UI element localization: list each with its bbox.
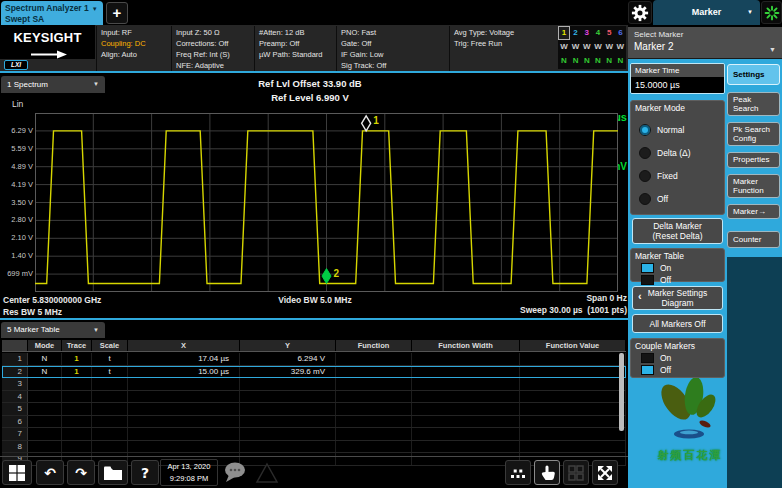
select-marker-dropdown[interactable]: Select Marker Marker 2 ▼ bbox=[628, 27, 782, 59]
menu-tab-marker[interactable]: Marker ▼ bbox=[653, 0, 760, 25]
table-cell bbox=[128, 428, 240, 440]
panel-tab-properties[interactable]: Properties bbox=[727, 152, 780, 168]
marker-state-cell: N bbox=[559, 55, 569, 67]
window-separator bbox=[0, 318, 628, 320]
instrument-name: Spectrum Analyzer 1 bbox=[5, 3, 89, 13]
table-cell bbox=[520, 353, 626, 365]
marker-table-on-option[interactable]: On bbox=[641, 262, 724, 273]
couple-markers-on-option[interactable]: On bbox=[641, 352, 724, 363]
panel-tab-settings[interactable]: Settings bbox=[727, 64, 780, 85]
window-tab-spectrum[interactable]: ▼ 1 Spectrum bbox=[1, 76, 105, 93]
table-cell: t bbox=[92, 353, 128, 365]
screen-layout-button[interactable] bbox=[505, 460, 531, 485]
table-cell bbox=[128, 403, 240, 415]
file-explorer-button[interactable] bbox=[98, 460, 128, 485]
table-row[interactable]: 2N1t15.00 µs329.6 mV bbox=[2, 366, 626, 379]
table-row[interactable]: 1N1t17.04 µs6.294 V bbox=[2, 353, 626, 366]
marker-state-cell: 4 bbox=[593, 27, 603, 39]
header-info-item: Align: Auto bbox=[101, 49, 167, 60]
radio-label: Delta (Δ) bbox=[657, 148, 691, 158]
table-cell bbox=[520, 391, 626, 403]
marker-state-cell: N bbox=[604, 55, 614, 67]
ref-lvl-offset: Ref Lvl Offset 33.90 dB bbox=[190, 77, 430, 91]
multi-window-button[interactable] bbox=[563, 460, 589, 485]
table-row[interactable]: 3 bbox=[2, 378, 626, 391]
system-settings-button[interactable] bbox=[628, 1, 652, 24]
table-cell bbox=[336, 353, 412, 365]
header-info-item: Trig: Free Run bbox=[454, 38, 553, 49]
header-separator bbox=[0, 71, 628, 73]
system-menu-button[interactable] bbox=[2, 460, 32, 485]
panel-tab-peak-search[interactable]: Peak Search bbox=[727, 92, 780, 116]
radio-label: Off bbox=[657, 194, 668, 204]
header-info-item: Preamp: Off bbox=[259, 38, 332, 49]
add-tab-button[interactable]: + bbox=[106, 2, 128, 24]
couple-markers-off-option[interactable]: Off bbox=[641, 364, 724, 375]
table-row[interactable]: 6 bbox=[2, 416, 626, 429]
table-cell: 6 bbox=[2, 416, 28, 428]
panel-tab-marker-function[interactable]: Marker Function bbox=[727, 174, 780, 198]
window-tab-marker-table[interactable]: ▼ 5 Marker Table bbox=[1, 322, 105, 338]
chevron-down-icon: ▼ bbox=[93, 76, 99, 93]
y-axis-tick-label: 4.89 V bbox=[0, 162, 33, 171]
table-cell: N bbox=[28, 353, 62, 365]
table-cell bbox=[92, 391, 128, 403]
marker-settings-diagram-button[interactable]: ‹ Marker Settings Diagram bbox=[632, 286, 723, 310]
all-markers-off-button[interactable]: All Markers Off bbox=[632, 314, 723, 333]
table-cell bbox=[28, 403, 62, 415]
marker-mode-option[interactable]: Off bbox=[639, 193, 724, 205]
marker-mode-option[interactable]: Normal bbox=[639, 124, 724, 136]
y-axis-tick-label: 2.10 V bbox=[0, 233, 33, 242]
table-cell bbox=[128, 391, 240, 403]
table-cell bbox=[28, 391, 62, 403]
marker-table-off-option[interactable]: Off bbox=[641, 274, 724, 285]
marker-state-grid: 123456WWWWWWNNNNNN bbox=[558, 26, 626, 69]
table-cell: 1 bbox=[62, 366, 92, 378]
help-button[interactable]: ? bbox=[131, 460, 159, 485]
trace-plot[interactable]: 12 bbox=[35, 113, 618, 292]
table-cell bbox=[240, 378, 336, 390]
marker-state-cell: W bbox=[604, 41, 614, 53]
delta-marker-button[interactable]: Delta Marker (Reset Delta) bbox=[632, 218, 723, 244]
table-cell: 1 bbox=[2, 353, 28, 365]
header-info-item: Freq Ref: Int (S) bbox=[176, 49, 250, 60]
marker-mode-option[interactable]: Delta (Δ) bbox=[639, 147, 724, 159]
table-cell bbox=[412, 378, 520, 390]
table-cell: 1 bbox=[62, 353, 92, 365]
table-row[interactable]: 8 bbox=[2, 441, 626, 454]
touch-mode-button[interactable] bbox=[534, 460, 560, 485]
table-cell: 17.04 µs bbox=[128, 353, 240, 365]
date-time-display[interactable]: Apr 13, 2020 9:29:08 PM bbox=[160, 459, 218, 486]
y-axis-tick-label: 699 mV bbox=[0, 269, 33, 278]
marker-time-input[interactable]: 15.0000 µs bbox=[631, 77, 724, 93]
redo-button[interactable]: ↷ bbox=[67, 460, 95, 485]
panel-tab-marker-[interactable]: Marker→ bbox=[727, 204, 780, 219]
undo-button[interactable]: ↶ bbox=[36, 460, 64, 485]
dots-grid-icon bbox=[509, 464, 527, 482]
marker-mode-group: Marker Mode NormalDelta (Δ)FixedOff bbox=[630, 100, 725, 215]
instrument-mode-tab[interactable]: Spectrum Analyzer 1▼ Swept SA bbox=[1, 1, 103, 25]
activity-indicator-button[interactable] bbox=[761, 1, 782, 24]
message-bubble-icon[interactable] bbox=[222, 461, 252, 485]
table-cell bbox=[412, 353, 520, 365]
table-row[interactable]: 4 bbox=[2, 391, 626, 404]
y-axis-tick-label: 5.59 V bbox=[0, 144, 33, 153]
header-info-item: NFE: Adaptive bbox=[176, 60, 250, 71]
marker-state-cell: W bbox=[615, 41, 625, 53]
table-row[interactable]: 5 bbox=[2, 403, 626, 416]
gear-icon bbox=[631, 4, 649, 22]
marker-table-body: 1N1t17.04 µs6.294 V2N1t15.00 µs329.6 mV3… bbox=[2, 353, 626, 466]
marker-time-field[interactable]: Marker Time 15.0000 µs bbox=[630, 63, 725, 94]
fullscreen-button[interactable] bbox=[592, 460, 618, 485]
table-cell bbox=[240, 391, 336, 403]
table-row[interactable]: 7 bbox=[2, 428, 626, 441]
table-scrollbar[interactable] bbox=[619, 353, 624, 431]
marker-mode-option[interactable]: Fixed bbox=[639, 170, 724, 182]
table-row[interactable]: 9 bbox=[2, 453, 626, 466]
table-cell bbox=[412, 453, 520, 465]
panel-tab-counter[interactable]: Counter bbox=[727, 231, 780, 248]
radio-indicator bbox=[639, 170, 651, 182]
table-cell bbox=[128, 378, 240, 390]
table-cell: 4 bbox=[2, 391, 28, 403]
panel-tab-pk-search-config[interactable]: Pk Search Config bbox=[727, 122, 780, 146]
